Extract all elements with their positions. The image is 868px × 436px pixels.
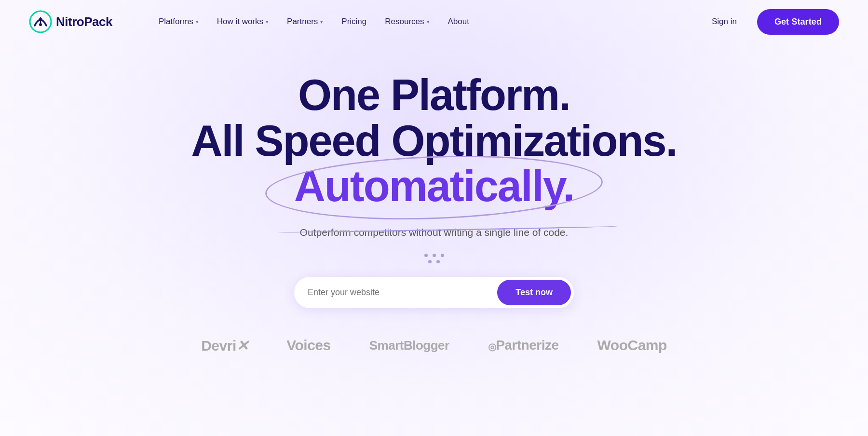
nav-resources[interactable]: Resources ▾ bbox=[377, 12, 437, 31]
nav-platforms[interactable]: Platforms ▾ bbox=[151, 12, 206, 31]
page-wrapper: NitroPack Platforms ▾ How it works ▾ Par… bbox=[0, 0, 868, 436]
nav-links: Platforms ▾ How it works ▾ Partners ▾ Pr… bbox=[151, 12, 703, 31]
nav-pricing[interactable]: Pricing bbox=[334, 12, 374, 31]
hero-subtitle: Outperform competitors without writing a… bbox=[300, 227, 569, 238]
dots-row-top bbox=[424, 254, 444, 257]
dot bbox=[433, 254, 436, 257]
get-started-button[interactable]: Get Started bbox=[757, 9, 839, 35]
hero-line1: One Platform. bbox=[298, 71, 570, 119]
dot bbox=[436, 260, 440, 263]
navbar: NitroPack Platforms ▾ How it works ▾ Par… bbox=[0, 0, 868, 43]
partner-partnerize: ◎Partnerize bbox=[488, 338, 559, 353]
dot bbox=[441, 254, 444, 257]
partners-chevron-icon: ▾ bbox=[320, 19, 323, 25]
hero-section: One Platform. All Speed Optimizations. A… bbox=[0, 43, 868, 373]
logo-link[interactable]: NitroPack bbox=[29, 10, 112, 33]
resources-chevron-icon: ▾ bbox=[427, 19, 430, 25]
partner-woocamp: WooCamp bbox=[597, 337, 667, 354]
platforms-chevron-icon: ▾ bbox=[196, 19, 199, 25]
logo-text: NitroPack bbox=[56, 14, 112, 29]
chevron-dots-decoration bbox=[424, 254, 444, 263]
sign-in-button[interactable]: Sign in bbox=[703, 12, 746, 31]
partner-devrix: Devri✕ bbox=[201, 337, 248, 354]
nav-about[interactable]: About bbox=[440, 12, 477, 31]
dots-row-bottom bbox=[428, 260, 440, 263]
hero-line2: All Speed Optimizations. bbox=[191, 117, 677, 165]
nav-how-it-works[interactable]: How it works ▾ bbox=[209, 12, 276, 31]
partner-voices: Voices bbox=[286, 337, 331, 354]
hero-title: One Platform. All Speed Optimizations. A… bbox=[191, 72, 677, 209]
nav-partners[interactable]: Partners ▾ bbox=[279, 12, 331, 31]
dot bbox=[424, 254, 428, 257]
website-input[interactable] bbox=[308, 287, 497, 298]
nav-right: Sign in Get Started bbox=[703, 9, 839, 35]
logo-icon bbox=[29, 10, 52, 33]
partner-smartblogger: SmartBlogger bbox=[369, 338, 449, 353]
dot bbox=[428, 260, 432, 263]
test-now-button[interactable]: Test now bbox=[497, 280, 571, 305]
website-input-wrap: Test now bbox=[294, 277, 574, 308]
hero-line3: Automatically. bbox=[294, 164, 574, 209]
how-it-works-chevron-icon: ▾ bbox=[266, 19, 269, 25]
partners-section: Devri✕ Voices SmartBlogger ◎Partnerize W… bbox=[201, 337, 667, 373]
